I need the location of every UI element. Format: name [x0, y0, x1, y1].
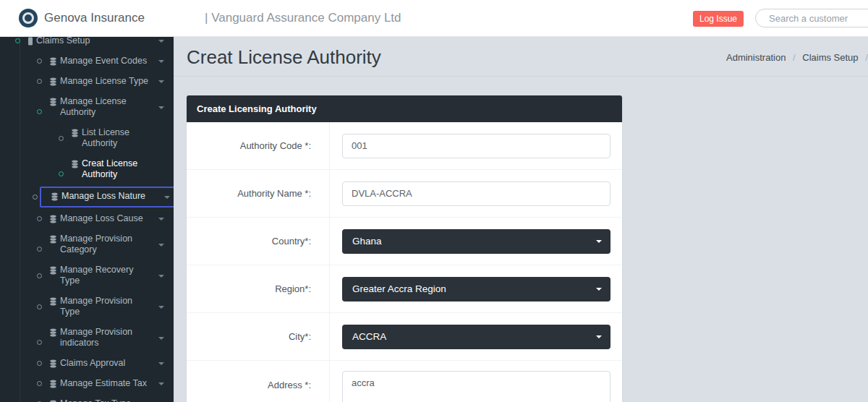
- chevron-down-icon: [158, 382, 164, 385]
- breadcrumb-claims-setup[interactable]: Claims Setup: [802, 52, 858, 63]
- sidebar-item-manage-recovery-type[interactable]: Manage Recovery Type: [0, 260, 174, 291]
- database-icon: [49, 77, 57, 86]
- breadcrumb: Administration / Claims Setup / M: [726, 52, 868, 63]
- chevron-down-icon: [158, 106, 164, 109]
- company-name: | Vanguard Assurance Company Ltd: [205, 11, 401, 25]
- database-icon: [49, 359, 57, 368]
- chevron-down-icon: [158, 80, 164, 83]
- bullet-icon: [37, 216, 42, 221]
- chevron-down-icon: [158, 40, 164, 43]
- log-issue-button[interactable]: Log Issue: [693, 11, 744, 27]
- label-column: City*:: [187, 313, 330, 360]
- input-column: [330, 361, 622, 402]
- sidebar-item-manage-license-type[interactable]: Manage License Type: [0, 72, 174, 92]
- label-column: Country*:: [187, 218, 330, 265]
- input-column: ACCRA: [330, 325, 622, 349]
- sidebar-item-label: Manage Provision Type: [60, 296, 152, 317]
- form-body: Authority Code *: Authority Name *: Coun…: [187, 122, 622, 402]
- chevron-down-icon: [158, 306, 164, 309]
- chevron-down-icon: [158, 337, 164, 340]
- sidebar-item-claims-setup[interactable]: Claims Setup: [0, 36, 174, 51]
- input-column: Ghana: [330, 229, 622, 254]
- chevron-down-icon: [158, 60, 164, 63]
- field-row-authority-name: Authority Name *:: [187, 170, 622, 218]
- create-licensing-authority-panel: Create Licensing Authority Authority Cod…: [187, 95, 622, 402]
- chevron-down-icon: [158, 275, 164, 278]
- sidebar-item-manage-tax-type[interactable]: Manage Tax Type: [0, 394, 174, 402]
- sidebar-item-label: Manage License Type: [60, 76, 148, 87]
- sidebar-item-claims-approval[interactable]: Claims Approval: [0, 354, 174, 374]
- authority-code-input[interactable]: [342, 134, 610, 158]
- breadcrumb-administration[interactable]: Administration: [726, 52, 786, 63]
- sidebar-item-manage-license-authority[interactable]: Manage License Authority: [0, 92, 174, 123]
- bullet-icon: [59, 136, 64, 141]
- sidebar-item-label: Manage License Authority: [60, 96, 127, 118]
- database-icon: [49, 266, 57, 275]
- sidebar-item-manage-provision-category[interactable]: Manage Provision Category: [0, 229, 174, 260]
- bullet-icon: [37, 247, 42, 252]
- bullet-icon: [37, 273, 42, 278]
- sidebar-item-label: Manage Provision indicators: [60, 327, 132, 348]
- field-label: City*:: [289, 331, 311, 342]
- sidebar-item-list-license-authority[interactable]: List License Authority: [0, 123, 174, 154]
- field-row-authority-code: Authority Code *:: [187, 122, 622, 170]
- search-input[interactable]: [755, 9, 868, 27]
- field-label: Authority Name *:: [237, 188, 311, 199]
- city-select[interactable]: ACCRA: [342, 325, 610, 349]
- sidebar-item-label: Manage Recovery Type: [60, 265, 152, 286]
- database-icon: [49, 400, 57, 402]
- sidebar-item-label: Manage Loss Nature: [61, 191, 145, 202]
- database-icon: [49, 98, 57, 106]
- field-label: Region*:: [275, 283, 311, 294]
- chevron-down-icon: [596, 240, 602, 243]
- chevron-down-icon: [158, 218, 164, 221]
- sidebar-item-label: Manage Loss Cause: [60, 213, 143, 224]
- label-column: Address *:: [187, 361, 330, 402]
- panel-title: Create Licensing Authority: [187, 95, 622, 122]
- chevron-down-icon: [596, 288, 602, 291]
- input-column: [330, 134, 622, 158]
- sidebar-item-label: Manage Provision Category: [60, 234, 132, 255]
- sidebar-item-label: Manage Event Codes: [60, 56, 147, 67]
- database-icon: [49, 57, 57, 66]
- label-column: Authority Code *:: [187, 122, 330, 169]
- city-selected-value: ACCRA: [352, 331, 386, 342]
- genova-logo-icon: [19, 9, 38, 27]
- bullet-icon: [37, 381, 42, 386]
- sidebar-item-manage-event-codes[interactable]: Manage Event Codes: [0, 51, 174, 72]
- bullet-icon: [37, 304, 42, 309]
- sidebar-item-label: Claims Setup: [36, 36, 90, 46]
- input-column: Greater Accra Region: [330, 277, 622, 302]
- bullet-icon: [37, 340, 42, 345]
- brand: Genova Insurance: [19, 0, 145, 36]
- country-selected-value: Ghana: [352, 236, 382, 247]
- sidebar-item-manage-provision-type[interactable]: Manage Provision Type: [0, 291, 174, 322]
- sidebar-item-manage-estimate-tax[interactable]: Manage Estimate Tax: [0, 374, 174, 394]
- region-select[interactable]: Greater Accra Region: [342, 277, 610, 302]
- chevron-down-icon: [164, 196, 170, 199]
- country-select[interactable]: Ghana: [342, 229, 610, 254]
- database-icon: [49, 235, 57, 244]
- breadcrumb-separator: /: [793, 52, 796, 63]
- field-label: Address *:: [268, 380, 311, 390]
- sidebar-item-label: Creat License Authority: [82, 158, 137, 180]
- sidebar-item-creat-license-authority[interactable]: Creat License Authority: [0, 154, 174, 185]
- chevron-down-icon: [158, 362, 164, 365]
- brand-name: Genova Insurance: [44, 11, 145, 25]
- chevron-down-icon: [158, 244, 164, 247]
- field-label: Country*:: [272, 236, 311, 247]
- page-header: Creat License Authority Administration /…: [174, 36, 868, 77]
- sidebar-item-label: List License Authority: [82, 127, 152, 149]
- main-content: Creat License Authority Administration /…: [174, 36, 868, 402]
- sidebar-item-manage-loss-cause[interactable]: Manage Loss Cause: [0, 209, 174, 229]
- field-row-address: Address *:: [187, 361, 622, 402]
- field-row-city: City*: ACCRA: [187, 313, 622, 361]
- database-icon: [71, 129, 79, 137]
- sidebar-item-manage-provision-indicators[interactable]: Manage Provision indicators: [0, 322, 174, 354]
- breadcrumb-separator: /: [865, 52, 868, 63]
- bullet-icon: [37, 361, 42, 366]
- address-textarea[interactable]: [342, 371, 610, 402]
- field-label: Authority Code *:: [240, 140, 311, 151]
- authority-name-input[interactable]: [342, 181, 610, 206]
- sidebar-item-manage-loss-nature[interactable]: Manage Loss Nature: [40, 187, 174, 208]
